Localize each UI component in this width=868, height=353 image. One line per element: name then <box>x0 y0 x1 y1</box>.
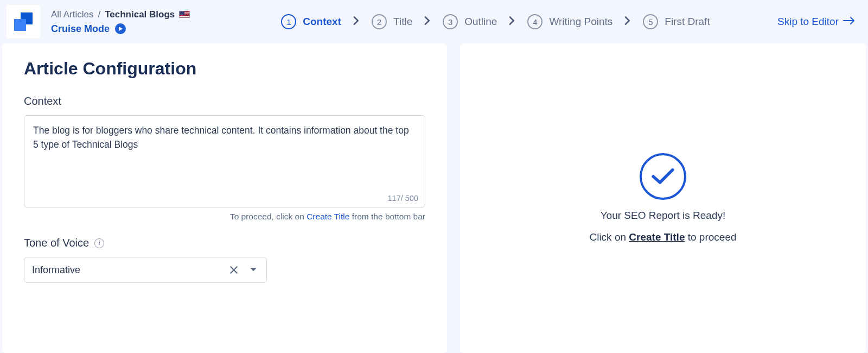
step-outline[interactable]: 3 Outline <box>443 14 497 29</box>
arrow-right-icon <box>843 16 855 28</box>
step-title[interactable]: 2 Title <box>372 14 412 29</box>
context-textarea[interactable] <box>33 123 416 191</box>
seo-panel: Your SEO Report is Ready! Click on Creat… <box>460 43 866 353</box>
chevron-right-icon <box>509 16 515 27</box>
caret-down-icon[interactable] <box>246 262 261 278</box>
config-panel: Article Configuration Context 117/ 500 T… <box>2 43 447 353</box>
breadcrumb-current: Technical Blogs <box>105 9 175 20</box>
seo-ready-text: Your SEO Report is Ready! <box>601 210 726 222</box>
breadcrumb-root[interactable]: All Articles <box>51 9 93 20</box>
breadcrumb-separator: / <box>98 9 100 20</box>
play-icon <box>115 23 126 34</box>
clear-icon[interactable] <box>226 262 241 278</box>
us-flag-icon <box>179 11 190 18</box>
char-counter: 117/ 500 <box>388 194 418 203</box>
step-first-draft[interactable]: 5 First Draft <box>643 14 710 29</box>
app-logo[interactable] <box>7 5 40 39</box>
chevron-right-icon <box>353 16 360 27</box>
seo-proceed-text: Click on Create Title to proceed <box>589 231 736 243</box>
cruise-mode-label: Cruise Mode <box>51 23 110 35</box>
checkmark-circle-icon <box>640 153 686 200</box>
context-hint: To proceed, click on Create Title from t… <box>24 212 425 222</box>
chevron-right-icon <box>424 16 431 27</box>
create-title-hint-link[interactable]: Create Title <box>307 212 349 221</box>
step-context[interactable]: 1 Context <box>281 14 341 29</box>
wizard-stepper: 1 Context 2 Title 3 Outline 4 Writing Po… <box>214 14 777 29</box>
breadcrumb: All Articles / Technical Blogs <box>51 9 214 20</box>
info-icon[interactable]: i <box>94 238 104 248</box>
create-title-link[interactable]: Create Title <box>629 231 685 243</box>
step-writing-points[interactable]: 4 Writing Points <box>527 14 612 29</box>
context-label: Context <box>24 95 425 108</box>
cruise-mode-toggle[interactable]: Cruise Mode <box>51 23 214 35</box>
page-title: Article Configuration <box>24 59 425 79</box>
tone-input[interactable] <box>32 264 222 276</box>
chevron-right-icon <box>624 16 631 27</box>
skip-to-editor-link[interactable]: Skip to Editor <box>777 16 855 28</box>
tone-select[interactable] <box>24 257 267 283</box>
tone-label: Tone of Voice i <box>24 237 425 249</box>
